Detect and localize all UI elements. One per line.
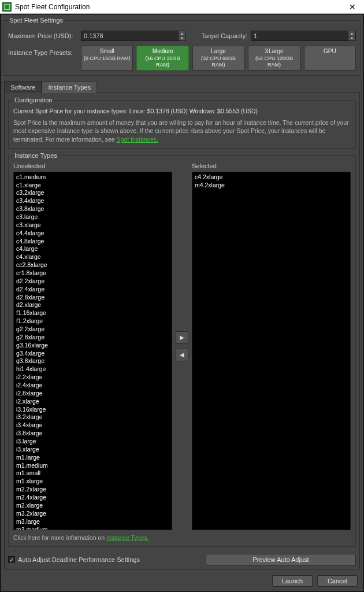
list-item[interactable]: c4.8xlarge	[16, 238, 169, 246]
list-item[interactable]: c3.4xlarge	[16, 197, 169, 205]
configuration-group: Configuration Current Spot Price for you…	[8, 97, 356, 149]
preset-button-small[interactable]: Small(8 CPU 15GB RAM)	[81, 46, 133, 71]
selected-label: Selected	[192, 162, 351, 169]
spin-down-icon[interactable]: ▼	[179, 36, 185, 41]
list-item[interactable]: cc2.8xlarge	[16, 261, 169, 269]
instance-types-link[interactable]: Instance Types.	[106, 534, 148, 541]
tab-instance-types[interactable]: Instance Types	[42, 81, 97, 93]
list-item[interactable]: m4.2xlarge	[195, 182, 348, 190]
list-item[interactable]: g3.16xlarge	[16, 342, 169, 350]
selected-listbox[interactable]: c4.2xlargem4.2xlarge	[192, 172, 351, 530]
list-item[interactable]: d2.8xlarge	[16, 294, 169, 302]
presets-label: Instance Type Presets:	[8, 46, 77, 56]
close-icon[interactable]: ✕	[343, 2, 362, 12]
instance-types-legend: Instance Types	[13, 152, 58, 159]
tabs: Software Instance Types	[4, 80, 362, 92]
chevron-right-icon: ▶	[180, 334, 184, 341]
move-left-button[interactable]: ◀	[176, 349, 188, 361]
tab-software[interactable]: Software	[4, 81, 42, 93]
auto-adjust-checkbox[interactable]: ✓ Auto Adjust Deadline Performance Setti…	[8, 556, 140, 563]
presets-container: Small(8 CPU 15GB RAM)Medium(16 CPU 30GB …	[81, 46, 356, 71]
list-item[interactable]: g3.8xlarge	[16, 357, 169, 365]
list-item[interactable]: g2.2xlarge	[16, 325, 169, 334]
spin-down-icon[interactable]: ▼	[348, 36, 355, 41]
list-item[interactable]: f1.16xlarge	[16, 309, 169, 317]
current-spot-price-line: Current Spot Price for your instance typ…	[13, 107, 351, 115]
list-item[interactable]: m3.2xlarge	[16, 510, 169, 518]
unselected-label: Unselected	[13, 162, 172, 169]
preset-button-large[interactable]: Large(32 CPU 60GB RAM)	[192, 46, 244, 71]
unselected-listbox[interactable]: c1.mediumc1.xlargec3.2xlargec3.4xlargec3…	[13, 172, 172, 530]
list-item[interactable]: i2.xlarge	[16, 398, 169, 406]
more-info-prefix: Click here for more information on	[13, 534, 106, 541]
settings-group: Spot Fleet Settings Maximum Price (USD):…	[3, 17, 361, 76]
list-item[interactable]: g3.4xlarge	[16, 350, 169, 358]
list-item[interactable]: g2.8xlarge	[16, 334, 169, 342]
list-item[interactable]: c4.2xlarge	[195, 173, 348, 182]
list-item[interactable]: d2.2xlarge	[16, 278, 169, 286]
list-item[interactable]: f1.2xlarge	[16, 317, 169, 325]
list-item[interactable]: c3.large	[16, 213, 169, 221]
auto-adjust-label: Auto Adjust Deadline Performance Setting…	[18, 556, 140, 563]
preset-button-xlarge[interactable]: XLarge(64 CPU 120GB RAM)	[248, 46, 300, 71]
instance-types-more-info: Click here for more information on Insta…	[13, 534, 351, 542]
target-capacity-label: Target Capacity:	[190, 32, 247, 39]
cancel-button[interactable]: Cancel	[317, 575, 358, 587]
list-item[interactable]: d2.4xlarge	[16, 286, 169, 294]
target-capacity-input[interactable]: ▲▼	[251, 31, 356, 41]
window-title: Spot Fleet Configuration	[15, 3, 343, 11]
list-item[interactable]: m2.xlarge	[16, 502, 169, 510]
launch-button[interactable]: Launch	[272, 575, 313, 587]
tab-body: Configuration Current Spot Price for you…	[4, 92, 360, 569]
list-item[interactable]: i3.8xlarge	[16, 430, 169, 438]
preset-button-gpu[interactable]: GPU	[304, 46, 356, 71]
list-item[interactable]: m2.2xlarge	[16, 486, 169, 494]
checkbox-icon[interactable]: ✓	[8, 556, 15, 563]
list-item[interactable]: c4.large	[16, 245, 169, 253]
list-item[interactable]: m3.large	[16, 518, 169, 526]
list-item[interactable]: c4.xlarge	[16, 253, 169, 261]
target-capacity-field[interactable]	[251, 31, 348, 40]
list-item[interactable]: i3.large	[16, 438, 169, 446]
list-item[interactable]: d2.xlarge	[16, 301, 169, 309]
list-item[interactable]: c3.xlarge	[16, 221, 169, 230]
list-item[interactable]: i3.xlarge	[16, 446, 169, 454]
titlebar: Spot Fleet Configuration ✕	[0, 0, 364, 14]
list-item[interactable]: c4.4xlarge	[16, 230, 169, 238]
dialog-body: Spot Fleet Settings Maximum Price (USD):…	[0, 14, 364, 592]
list-item[interactable]: i3.16xlarge	[16, 406, 169, 414]
max-price-field[interactable]	[81, 31, 178, 40]
spin-up-icon[interactable]: ▲	[179, 31, 185, 36]
list-item[interactable]: cr1.8xlarge	[16, 269, 169, 278]
list-item[interactable]: c3.8xlarge	[16, 205, 169, 213]
list-item[interactable]: m1.small	[16, 469, 169, 478]
list-item[interactable]: m2.4xlarge	[16, 494, 169, 502]
preview-auto-adjust-button[interactable]: Preview Auto Adjust	[206, 554, 356, 565]
list-item[interactable]: i3.4xlarge	[16, 421, 169, 430]
spot-instances-link[interactable]: Spot Instances.	[117, 136, 158, 143]
list-item[interactable]: i2.4xlarge	[16, 382, 169, 390]
list-item[interactable]: hi1.4xlarge	[16, 365, 169, 373]
max-price-input[interactable]: ▲▼	[81, 31, 186, 41]
list-item[interactable]: m3.medium	[16, 526, 169, 530]
move-right-button[interactable]: ▶	[176, 331, 188, 344]
instance-types-group: Instance Types Unselected c1.mediumc1.xl…	[8, 152, 356, 547]
list-item[interactable]: m1.xlarge	[16, 478, 169, 486]
list-item[interactable]: c3.2xlarge	[16, 189, 169, 197]
spin-up-icon[interactable]: ▲	[348, 31, 355, 36]
list-item[interactable]: i3.2xlarge	[16, 413, 169, 421]
list-item[interactable]: m1.large	[16, 454, 169, 462]
chevron-left-icon: ◀	[180, 352, 184, 358]
app-icon	[2, 2, 12, 12]
list-item[interactable]: i2.2xlarge	[16, 373, 169, 382]
spot-price-note: Spot Price is the maximum amount of mone…	[13, 119, 351, 143]
preset-button-medium[interactable]: Medium(16 CPU 30GB RAM)	[136, 46, 188, 71]
list-item[interactable]: i2.8xlarge	[16, 390, 169, 398]
max-price-label: Maximum Price (USD):	[8, 32, 77, 39]
spot-price-note-text: Spot Price is the maximum amount of mone…	[13, 119, 349, 142]
dialog-buttons: Launch Cancel	[2, 572, 362, 590]
list-item[interactable]: m1.medium	[16, 462, 169, 470]
configuration-legend: Configuration	[13, 97, 53, 103]
list-item[interactable]: c1.medium	[16, 173, 169, 182]
list-item[interactable]: c1.xlarge	[16, 182, 169, 190]
